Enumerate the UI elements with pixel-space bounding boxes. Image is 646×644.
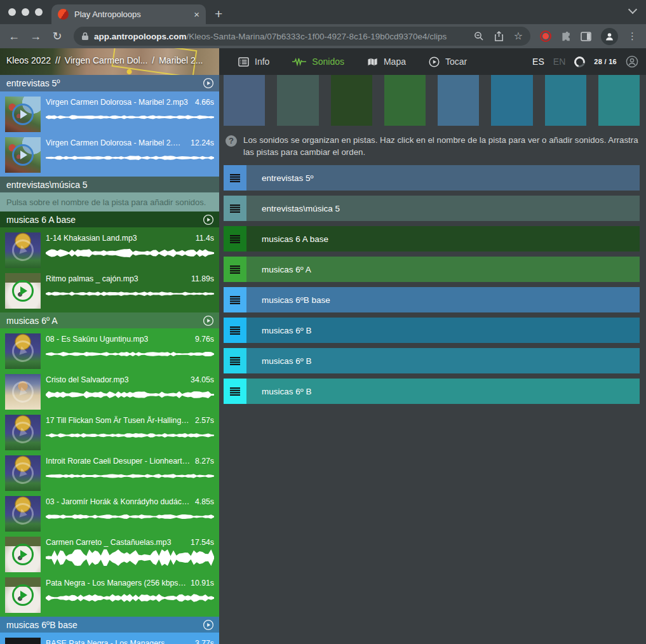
track-label[interactable]: musicas 6º A (262, 265, 311, 274)
clip-thumbnail[interactable] (5, 415, 41, 450)
tab-info[interactable]: Info (229, 57, 278, 67)
drag-handle[interactable] (224, 348, 246, 373)
track-label[interactable]: musicas 6º B (262, 356, 311, 366)
breadcrumb-current[interactable]: Maribel 2... (159, 55, 203, 65)
track-section-title[interactable]: musicas 6º A (6, 316, 203, 326)
clip-thumbnail[interactable] (5, 273, 41, 309)
tab-sonidos[interactable]: Sonidos (283, 57, 353, 67)
clip-thumbnail[interactable] (5, 97, 41, 132)
clip-name[interactable]: Cristo del Salvador.mp3 (46, 375, 129, 384)
play-track-icon[interactable] (203, 619, 214, 631)
track-row[interactable]: musicas 6º B (224, 318, 640, 343)
track-bar[interactable]: musicas 6º A (246, 257, 640, 282)
track-row[interactable]: musicas 6º B (224, 348, 640, 373)
track-row[interactable]: musicas 6º B (224, 379, 640, 404)
waveform[interactable] (46, 289, 214, 299)
track-row[interactable]: musicas 6ºB base (224, 287, 640, 312)
track-swatch[interactable] (438, 75, 479, 126)
drag-handle[interactable] (224, 379, 246, 404)
play-clip-icon[interactable] (12, 544, 34, 565)
clip-thumbnail[interactable] (5, 232, 41, 268)
close-window-button[interactable] (8, 8, 16, 16)
clip-row[interactable]: 03 - Jaromír Horák & Konrádyho dudácká .… (0, 493, 219, 534)
clip-thumbnail[interactable] (5, 374, 41, 410)
side-panel-icon[interactable] (581, 32, 591, 41)
browser-menu-icon[interactable]: ⋮ (628, 30, 637, 42)
track-bar[interactable]: musicas 6º B (246, 379, 640, 404)
track-swatch[interactable] (331, 75, 372, 126)
track-section-header[interactable]: entrevistas\música 5 (0, 177, 219, 192)
waveform[interactable] (46, 349, 214, 359)
track-row[interactable]: entrevistas\música 5 (224, 196, 640, 221)
play-clip-icon[interactable] (12, 584, 34, 606)
play-clip-icon[interactable] (12, 104, 34, 125)
clip-name[interactable]: Introit Rorate Caeli Desuper - Lionheart… (46, 457, 191, 466)
track-section-title[interactable]: entrevistas\música 5 (6, 180, 214, 190)
track-swatch[interactable] (384, 75, 426, 126)
track-bar[interactable]: musicas 6º B (246, 318, 640, 343)
close-tab-icon[interactable]: × (194, 10, 199, 19)
play-clip-icon[interactable] (10, 460, 36, 486)
track-bar[interactable]: musicas 6º B (246, 348, 640, 373)
clip-row[interactable]: 17 Till Flickan Som Är Tusen År-Halling … (0, 412, 219, 453)
address-bar[interactable]: app.antropoloops.com/Kleos-Santa-Marina/… (74, 27, 530, 46)
clip-name[interactable]: Virgen Carmen Dolorosa - Maribel 2.mp3 (46, 138, 187, 147)
play-track-icon[interactable] (203, 77, 214, 89)
track-row[interactable]: entrevistas 5º (224, 165, 640, 191)
recording-indicator-icon[interactable] (542, 33, 549, 39)
zoom-window-button[interactable] (35, 8, 43, 16)
clip-name[interactable]: BASE Pata Negra - Los Managers (46, 639, 165, 644)
waveform[interactable] (46, 389, 214, 401)
track-section-header[interactable]: musicas 6º A (0, 312, 219, 328)
clip-row[interactable]: Carmen Carreto _ Castañuelas.mp317.54s (0, 534, 219, 575)
track-label[interactable]: musicas 6º B (262, 326, 311, 335)
track-section-title[interactable]: musicas 6ºB base (6, 620, 203, 630)
clip-name[interactable]: 03 - Jaromír Horák & Konrádyho dudácká .… (46, 497, 191, 506)
zoom-out-page-icon[interactable] (474, 31, 484, 41)
back-button[interactable]: ← (5, 30, 23, 43)
map-thumbnail-banner[interactable]: Kleos 2022//Virgen Carmen Dol.../Maribel… (0, 48, 219, 75)
play-track-icon[interactable] (203, 315, 214, 326)
breadcrumb-project[interactable]: Kleos 2022 (6, 55, 51, 65)
drag-handle[interactable] (224, 257, 246, 282)
clip-row[interactable]: 08 - Es Sakūru Uguntiņu.mp39.76s (0, 331, 219, 372)
track-bar[interactable]: musicas 6ºB base (246, 287, 640, 312)
track-swatch[interactable] (598, 75, 640, 126)
new-tab-button[interactable]: + (215, 6, 222, 22)
reload-button[interactable]: ↻ (48, 29, 66, 43)
track-section-header[interactable]: entrevistas 5º (0, 75, 219, 91)
track-swatch[interactable] (277, 75, 318, 126)
lang-en-button[interactable]: EN (553, 57, 565, 67)
tab-search-chevron-icon[interactable] (628, 5, 637, 14)
track-swatch[interactable] (224, 75, 265, 126)
clip-thumbnail[interactable] (5, 455, 41, 491)
tab-mapa[interactable]: Mapa (358, 57, 415, 67)
waveform[interactable] (46, 592, 214, 604)
track-bar[interactable]: musicas 6 A base (246, 226, 640, 252)
track-row[interactable]: musicas 6 A base (224, 226, 640, 252)
track-section-title[interactable]: musicas 6 A base (6, 215, 203, 225)
clip-name[interactable]: Carmen Carreto _ Castañuelas.mp3 (46, 538, 172, 547)
clip-name[interactable]: Pata Negra - Los Managers (256 kbps).mp3 (46, 579, 187, 587)
track-label[interactable]: musicas 6 A base (262, 234, 328, 244)
play-track-icon[interactable] (203, 214, 214, 225)
drag-handle[interactable] (224, 287, 246, 312)
clip-row[interactable]: BASE Pata Negra - Los Managers3.77s (0, 635, 219, 644)
waveform[interactable] (46, 153, 214, 163)
share-icon[interactable] (494, 31, 504, 41)
waveform[interactable] (46, 471, 214, 481)
waveform[interactable] (46, 247, 214, 259)
account-icon[interactable] (626, 55, 638, 68)
tab-tocar[interactable]: Tocar (420, 57, 476, 67)
clip-thumbnail[interactable] (5, 638, 41, 644)
clip-name[interactable]: Ritmo palmas _ cajón.mp3 (46, 274, 138, 283)
track-bar[interactable]: entrevistas 5º (246, 165, 640, 191)
track-bar[interactable]: entrevistas\música 5 (246, 196, 640, 221)
waveform[interactable] (46, 549, 214, 566)
clip-row[interactable]: Introit Rorate Caeli Desuper - Lionheart… (0, 453, 219, 493)
clip-name[interactable]: Virgen Carmen Dolorosa - Maribel 2.mp3 (46, 98, 188, 107)
waveform[interactable] (46, 431, 214, 440)
play-clip-icon[interactable] (10, 379, 36, 405)
clip-row[interactable]: Virgen Carmen Dolorosa - Maribel 2.mp312… (0, 135, 219, 175)
clip-name[interactable]: 08 - Es Sakūru Uguntiņu.mp3 (46, 335, 148, 344)
